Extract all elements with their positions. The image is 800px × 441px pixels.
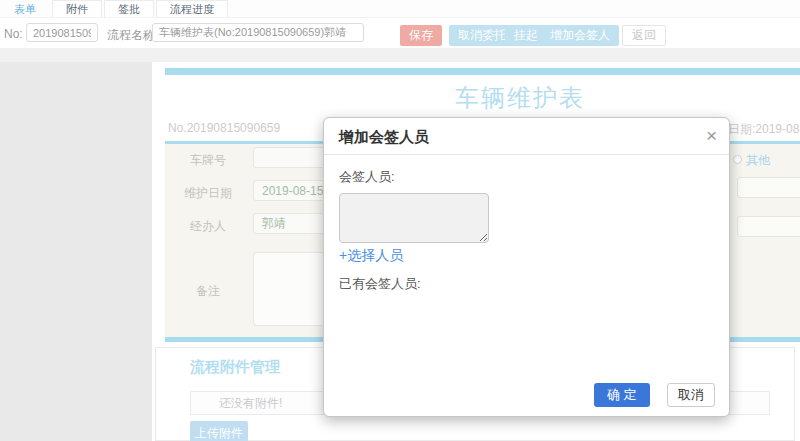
no-label: No:	[4, 27, 23, 41]
toolbar: No: 流程名称: 保存 取消委托 挂起 增加会签人 返回	[0, 18, 800, 48]
form-title: 车辆维护表	[165, 82, 800, 114]
modal-title: 增加会签人员	[339, 128, 429, 147]
upload-attachment-button[interactable]: 上传附件	[190, 421, 248, 441]
process-name-input[interactable]	[152, 23, 364, 42]
divider-strip	[0, 48, 800, 62]
existing-countersign-label: 已有会签人员:	[339, 275, 714, 293]
other-radio-label: 其他	[746, 152, 770, 169]
add-countersign-modal: 增加会签人员 × 会签人员: +选择人员 已有会签人员: 确 定 取消	[323, 117, 730, 417]
close-icon[interactable]: ×	[706, 124, 717, 148]
add-countersign-button[interactable]: 增加会签人	[541, 25, 619, 46]
remark-label: 备注	[170, 283, 246, 300]
handler-label: 经办人	[170, 218, 246, 235]
tab-sign-approve[interactable]: 签批	[104, 0, 154, 17]
process-name-label: 流程名称:	[107, 27, 158, 44]
plate-label: 车牌号	[170, 152, 246, 169]
right-field-1[interactable]	[737, 177, 800, 198]
other-radio[interactable]	[733, 155, 742, 164]
tab-attachments[interactable]: 附件	[52, 0, 102, 17]
modal-body: 会签人员: +选择人员 已有会签人员:	[324, 155, 729, 293]
form-top-bar	[165, 68, 800, 75]
form-no-text: No.20190815090659	[168, 121, 280, 135]
tab-bar: 表单 附件 签批 流程进度	[0, 0, 800, 18]
tab-process-progress[interactable]: 流程进度	[156, 0, 228, 17]
modal-header: 增加会签人员 ×	[324, 118, 729, 155]
back-button[interactable]: 返回	[622, 25, 666, 46]
no-input[interactable]	[26, 23, 98, 42]
attachments-title: 流程附件管理	[190, 358, 280, 377]
select-person-link[interactable]: +选择人员	[339, 247, 403, 265]
maintain-date-label: 维护日期	[170, 185, 246, 202]
right-field-2[interactable]	[737, 216, 800, 237]
countersign-label: 会签人员:	[339, 168, 714, 186]
tab-form[interactable]: 表单	[0, 0, 50, 17]
countersign-textarea[interactable]	[339, 193, 489, 243]
modal-footer: 确 定 取消	[594, 383, 715, 407]
save-button[interactable]: 保存	[400, 25, 442, 46]
confirm-button[interactable]: 确 定	[594, 383, 650, 407]
cancel-button[interactable]: 取消	[667, 383, 715, 407]
